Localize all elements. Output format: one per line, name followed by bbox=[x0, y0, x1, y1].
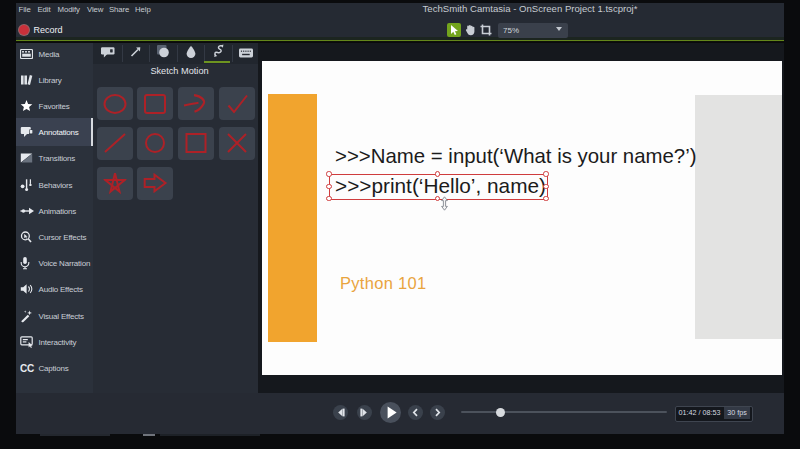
svg-text:CC: CC bbox=[20, 363, 34, 373]
